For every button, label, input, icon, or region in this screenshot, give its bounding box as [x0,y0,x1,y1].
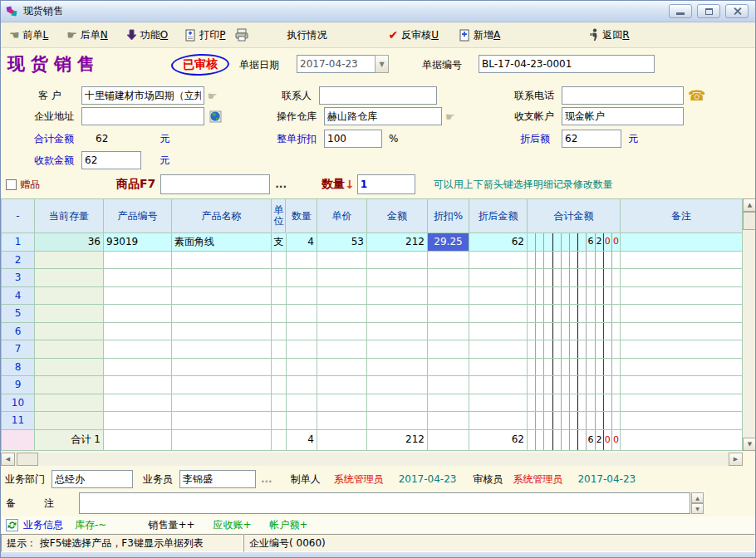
total-amount-cell[interactable]: 212 [367,430,428,451]
table-row[interactable]: 9 [2,376,743,394]
table-cell[interactable] [35,287,104,306]
table-cell[interactable] [272,340,287,359]
table-cell[interactable] [287,269,317,287]
sales-volume-link[interactable]: 销售量++ [148,518,194,532]
doc-date-dropdown-button[interactable]: ▼ [375,55,389,73]
row-number-cell[interactable]: 6 [2,323,35,341]
whole-discount-input[interactable] [324,130,382,148]
table-cell[interactable] [172,394,272,413]
table-cell[interactable] [469,359,528,377]
table-cell[interactable] [35,412,104,430]
table-cell[interactable] [469,323,528,341]
table-cell[interactable]: 36 [35,233,104,252]
note-textarea[interactable] [79,492,690,514]
note-cell[interactable] [621,323,743,341]
total-amount-digit-cell[interactable]: 6200 [528,430,621,451]
discount-cell[interactable] [428,412,469,430]
scroll-down-button[interactable]: ▼ [743,438,756,451]
discount-cell[interactable] [428,323,469,341]
table-cell[interactable] [367,359,428,377]
table-cell[interactable] [469,340,528,359]
table-cell[interactable] [287,287,317,306]
table-cell[interactable] [35,252,104,270]
table-cell[interactable] [317,359,367,377]
row-number-cell[interactable]: 7 [2,340,35,359]
table-cell[interactable] [104,252,172,270]
new-doc-button[interactable]: 新增A [454,26,505,45]
table-cell[interactable] [272,323,287,341]
table-row[interactable]: 13693019素面角线支45321229.25626200 [2,233,743,252]
note-cell[interactable] [621,359,743,377]
table-cell[interactable] [172,359,272,377]
total-amount-digit-cell[interactable] [528,376,621,394]
table-cell[interactable] [469,252,528,270]
table-cell[interactable] [172,376,272,394]
stock-link[interactable]: 库存-~ [75,518,106,532]
table-cell[interactable] [287,340,317,359]
table-cell[interactable] [287,305,317,323]
table-cell[interactable] [35,394,104,413]
total-amount-digit-cell[interactable] [528,305,621,323]
next-doc-button[interactable]: ☛ 后单N [61,26,113,45]
table-cell[interactable] [172,323,272,341]
vertical-scroll-thumb[interactable] [743,212,756,230]
account-input[interactable] [562,107,684,125]
table-cell[interactable] [104,359,172,377]
table-cell[interactable] [104,412,172,430]
table-cell[interactable] [272,376,287,394]
table-cell[interactable] [469,412,528,430]
table-cell[interactable]: 4 [287,233,317,252]
table-cell[interactable] [172,269,272,287]
qty-input[interactable] [357,174,415,194]
table-cell[interactable]: 212 [367,233,428,252]
row-number-cell[interactable]: 11 [2,412,35,430]
table-cell[interactable] [367,376,428,394]
table-cell[interactable] [104,376,172,394]
table-cell[interactable] [317,305,367,323]
table-cell[interactable]: 93019 [104,233,172,252]
row-number-cell[interactable]: 10 [2,394,35,413]
total-amount-digit-cell[interactable] [528,323,621,341]
table-cell[interactable] [287,412,317,430]
table-cell[interactable] [317,394,367,413]
table-cell[interactable] [287,359,317,377]
table-cell[interactable] [104,269,172,287]
row-number-cell[interactable]: 4 [2,287,35,306]
discount-cell[interactable] [428,287,469,306]
table-row[interactable]: 4 [2,287,743,306]
table-cell[interactable] [317,252,367,270]
row-number-cell[interactable]: 1 [2,233,35,252]
table-cell[interactable] [287,252,317,270]
globe-icon[interactable] [209,110,222,123]
gift-checkbox[interactable] [6,179,17,190]
table-cell[interactable] [317,412,367,430]
discount-cell[interactable] [428,359,469,377]
close-button[interactable] [725,4,749,18]
table-cell[interactable] [272,269,287,287]
row-number-cell[interactable]: 2 [2,252,35,270]
table-cell[interactable] [272,359,287,377]
row-number-cell[interactable]: 8 [2,359,35,377]
table-cell[interactable] [104,323,172,341]
horizontal-scroll-thumb[interactable] [17,453,38,466]
salesman-input[interactable] [179,470,256,488]
printer-icon[interactable] [234,28,249,42]
note-cell[interactable] [621,287,743,306]
table-cell[interactable] [35,305,104,323]
table-cell[interactable] [287,394,317,413]
total-label-cell[interactable]: 合计 1 [35,430,104,451]
phone-icon[interactable]: ☎ [688,87,705,104]
table-cell[interactable] [367,287,428,306]
table-cell[interactable] [35,323,104,341]
table-cell[interactable] [104,287,172,306]
table-cell[interactable] [367,269,428,287]
discount-cell[interactable] [428,340,469,359]
table-cell[interactable] [287,323,317,341]
table-cell[interactable] [172,430,272,451]
table-cell[interactable] [367,412,428,430]
discount-cell[interactable] [428,252,469,270]
dept-input[interactable] [52,470,133,488]
scroll-up-button[interactable]: ▲ [743,198,756,212]
table-cell[interactable] [469,269,528,287]
table-cell[interactable] [367,323,428,341]
